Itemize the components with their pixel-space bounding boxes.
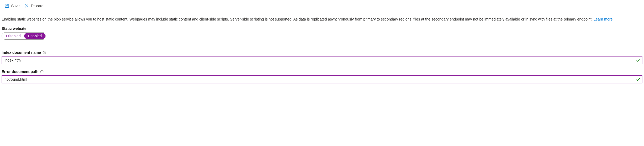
save-button-label: Save [11, 4, 20, 8]
index-document-label-text: Index document name [2, 50, 41, 55]
learn-more-link[interactable]: Learn more [594, 17, 613, 21]
description-text: Enabling static websites on the blob ser… [2, 16, 642, 22]
svg-rect-1 [6, 4, 8, 6]
discard-button-label: Discard [31, 4, 43, 8]
save-icon [5, 4, 9, 8]
svg-rect-11 [42, 71, 42, 72]
svg-rect-3 [6, 6, 8, 7]
svg-point-7 [44, 52, 44, 52]
index-document-label: Index document name [2, 50, 642, 55]
info-icon[interactable] [43, 51, 46, 54]
close-icon [24, 4, 29, 8]
info-icon[interactable] [40, 70, 44, 74]
index-document-field: Index document name [2, 50, 642, 64]
toolbar: Save Discard [2, 2, 642, 12]
index-document-input[interactable] [2, 56, 642, 64]
error-document-input-wrapper [2, 75, 642, 83]
index-document-input-wrapper [2, 56, 642, 64]
svg-rect-8 [44, 52, 44, 53]
error-document-field: Error document path [2, 70, 642, 83]
static-website-label: Static website [2, 26, 642, 31]
error-document-input[interactable] [2, 75, 642, 83]
discard-button[interactable]: Discard [23, 3, 46, 9]
svg-point-10 [42, 71, 42, 71]
static-website-toggle[interactable]: Disabled Enabled [2, 32, 46, 40]
error-document-label-text: Error document path [2, 70, 38, 74]
error-document-label: Error document path [2, 70, 642, 74]
svg-rect-2 [7, 5, 7, 5]
save-button[interactable]: Save [4, 3, 22, 9]
static-website-field: Static website Disabled Enabled [2, 26, 642, 45]
description-body: Enabling static websites on the blob ser… [2, 17, 594, 21]
toggle-disabled[interactable]: Disabled [2, 33, 24, 39]
toggle-enabled[interactable]: Enabled [24, 33, 45, 39]
